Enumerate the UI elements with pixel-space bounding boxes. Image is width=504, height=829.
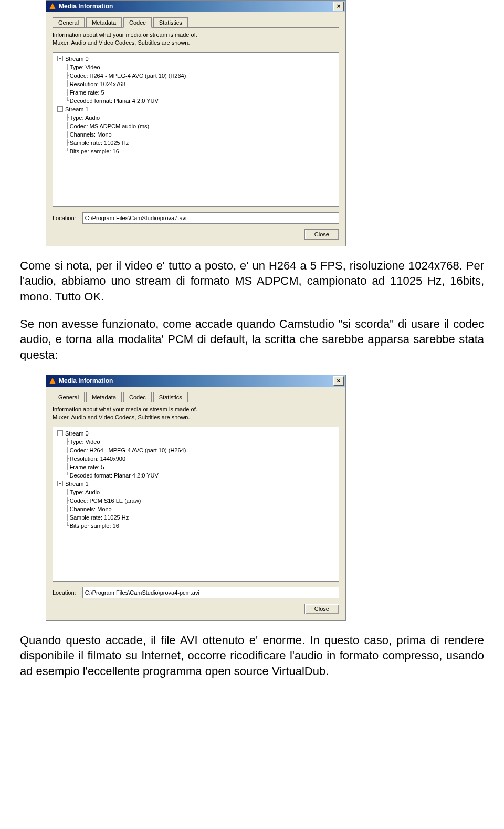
tree-leaf: └Bits per sample: 16: [66, 522, 338, 530]
location-input[interactable]: [82, 587, 339, 598]
tab-general[interactable]: General: [52, 17, 85, 27]
titlebar[interactable]: Media Information ×: [46, 1, 345, 12]
tree-label: Stream 1: [65, 106, 89, 112]
titlebar[interactable]: Media Information ×: [46, 375, 345, 387]
collapse-icon[interactable]: −: [57, 430, 63, 436]
close-button[interactable]: Close: [304, 229, 339, 240]
tree-leaf: ├Type: Video: [66, 438, 338, 446]
info-line2: Muxer, Audio and Video Codecs, Subtitles…: [52, 39, 190, 46]
tree-leaf: ├Resolution: 1440x900: [66, 454, 338, 463]
tree-node-stream0[interactable]: −Stream 0: [57, 429, 338, 438]
tree-leaf: ├Frame rate: 5: [66, 88, 338, 97]
body-paragraph-2: Se non avesse funzionato, come accade qu…: [20, 316, 484, 363]
tab-strip: General Metadata Codec Statistics: [52, 17, 339, 28]
tab-statistics[interactable]: Statistics: [153, 17, 188, 27]
codec-tree[interactable]: −Stream 0 ├Type: Video ├Codec: H264 - MP…: [52, 52, 339, 207]
tree-leaf: ├Frame rate: 5: [66, 463, 338, 471]
vlc-cone-icon: [49, 377, 56, 385]
tree-leaf: ├Channels: Mono: [66, 505, 338, 513]
tree-label: Stream 0: [65, 430, 89, 437]
tree-leaf: ├Sample rate: 11025 Hz: [66, 513, 338, 522]
close-rest: lose: [319, 231, 329, 237]
tree-node-stream1[interactable]: −Stream 1: [57, 480, 338, 488]
close-underline: C: [314, 231, 319, 237]
info-line1: Information about what your media or str…: [52, 406, 197, 412]
vlc-cone-icon: [49, 3, 56, 10]
codec-tree[interactable]: −Stream 0 ├Type: Video ├Codec: H264 - MP…: [52, 427, 339, 582]
collapse-icon[interactable]: −: [57, 56, 63, 61]
tree-leaf: ├Type: Audio: [66, 113, 338, 122]
close-rest: lose: [319, 606, 329, 612]
collapse-icon[interactable]: −: [57, 481, 63, 486]
close-icon[interactable]: ×: [333, 2, 344, 11]
tab-metadata[interactable]: Metadata: [86, 17, 122, 27]
tab-general[interactable]: General: [52, 392, 85, 402]
tab-statistics[interactable]: Statistics: [153, 392, 188, 402]
tree-leaf: ├Codec: H264 - MPEG-4 AVC (part 10) (H26…: [66, 71, 338, 80]
collapse-icon[interactable]: −: [57, 106, 63, 112]
tree-leaf: ├Channels: Mono: [66, 130, 338, 139]
location-label: Location:: [52, 215, 76, 221]
media-info-dialog-1: Media Information × General Metadata Cod…: [46, 0, 346, 246]
tree-leaf: ├Codec: PCM S16 LE (araw): [66, 496, 338, 505]
close-underline: C: [314, 606, 319, 612]
tab-codec[interactable]: Codec: [123, 17, 152, 28]
location-label: Location:: [52, 589, 76, 596]
body-paragraph-3: Quando questo accade, il file AVI ottenu…: [20, 633, 484, 679]
location-input[interactable]: [82, 212, 339, 224]
tree-leaf: └Bits per sample: 16: [66, 147, 338, 156]
window-title: Media Information: [59, 3, 113, 10]
tree-leaf: ├Type: Video: [66, 63, 338, 71]
tree-leaf: ├Type: Audio: [66, 488, 338, 496]
info-line1: Information about what your media or str…: [52, 32, 197, 38]
close-button[interactable]: Close: [304, 604, 339, 614]
tree-label: Stream 1: [65, 481, 89, 487]
tree-label: Stream 0: [65, 56, 89, 62]
media-info-dialog-2: Media Information × General Metadata Cod…: [46, 375, 346, 621]
tree-leaf: └Decoded format: Planar 4:2:0 YUV: [66, 471, 338, 480]
tree-leaf: ├Codec: H264 - MPEG-4 AVC (part 10) (H26…: [66, 446, 338, 454]
tree-node-stream1[interactable]: −Stream 1: [57, 105, 338, 113]
tree-leaf: ├Sample rate: 11025 Hz: [66, 139, 338, 147]
location-row: Location:: [52, 587, 339, 598]
tree-leaf: ├Codec: MS ADPCM audio (ms): [66, 122, 338, 130]
tree-leaf: ├Resolution: 1024x768: [66, 80, 338, 88]
info-line2: Muxer, Audio and Video Codecs, Subtitles…: [52, 414, 190, 420]
tab-codec[interactable]: Codec: [123, 392, 152, 402]
location-row: Location:: [52, 212, 339, 224]
tree-node-stream0[interactable]: −Stream 0: [57, 55, 338, 63]
tab-strip: General Metadata Codec Statistics: [52, 392, 339, 402]
info-text: Information about what your media or str…: [52, 31, 339, 47]
tree-leaf: └Decoded format: Planar 4:2:0 YUV: [66, 97, 338, 105]
info-text: Information about what your media or str…: [52, 406, 339, 421]
body-paragraph-1: Come si nota, per il video e' tutto a po…: [20, 258, 484, 305]
window-title: Media Information: [59, 377, 113, 385]
tab-metadata[interactable]: Metadata: [86, 392, 122, 402]
close-icon[interactable]: ×: [333, 376, 344, 386]
